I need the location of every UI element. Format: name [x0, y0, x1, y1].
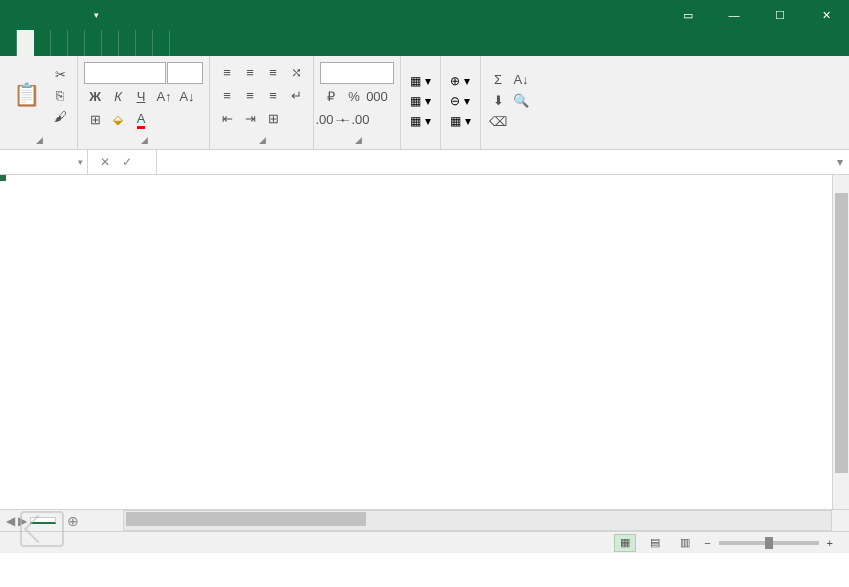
align-top-icon[interactable]: ≡ — [216, 63, 238, 83]
ribbon-tabs — [0, 30, 849, 56]
status-bar: ▦ ▤ ▥ − + — [0, 531, 849, 553]
close-button[interactable]: ✕ — [803, 0, 849, 30]
orientation-icon[interactable]: ⤭ — [285, 63, 307, 83]
decrease-font-icon[interactable]: A↓ — [176, 87, 198, 107]
group-number: ₽ % 000 .00→ ←.00 ◢ — [314, 56, 401, 149]
ribbon-options-icon[interactable]: ▭ — [665, 0, 711, 30]
zoom-in-icon[interactable]: + — [827, 537, 833, 549]
font-launcher-icon[interactable]: ◢ — [141, 135, 148, 145]
name-box[interactable]: ▾ — [0, 150, 88, 174]
font-size-input[interactable] — [167, 62, 203, 84]
window-controls: ▭ — ☐ ✕ — [665, 0, 849, 30]
horizontal-scrollbar[interactable] — [123, 510, 832, 531]
expand-formula-icon[interactable]: ▾ — [831, 150, 849, 174]
sheet-nav-prev-icon[interactable]: ◀ — [6, 514, 15, 528]
align-launcher-icon[interactable]: ◢ — [259, 135, 266, 145]
fill-icon[interactable]: ⬇ — [487, 91, 509, 111]
sheet-tab[interactable] — [30, 517, 56, 524]
save-icon[interactable] — [6, 3, 30, 27]
number-format-select[interactable] — [320, 62, 394, 84]
tab-pagelayout[interactable] — [51, 30, 68, 56]
italic-icon[interactable]: К — [107, 87, 129, 107]
tab-acrobat[interactable] — [153, 30, 170, 56]
find-icon[interactable]: 🔍 — [510, 91, 532, 111]
table-icon: ▦ — [410, 94, 421, 108]
tab-formulas[interactable] — [68, 30, 85, 56]
view-pagelayout-icon[interactable]: ▤ — [644, 534, 666, 552]
ribbon: 📋 ✂ ⎘ 🖌 ◢ Ж К Ч A↑ — [0, 56, 849, 150]
align-right-icon[interactable]: ≡ — [262, 86, 284, 106]
format-table-button[interactable]: ▦ ▾ — [407, 93, 434, 109]
decrease-indent-icon[interactable]: ⇤ — [216, 109, 238, 129]
align-center-icon[interactable]: ≡ — [239, 86, 261, 106]
tab-home[interactable] — [17, 30, 34, 56]
font-name-input[interactable] — [84, 62, 166, 84]
cell-styles-button[interactable]: ▦ ▾ — [407, 113, 434, 129]
cancel-formula-icon[interactable]: ✕ — [96, 155, 114, 169]
fill-color-icon[interactable]: ⬙ — [107, 110, 129, 130]
tab-data[interactable] — [85, 30, 102, 56]
number-launcher-icon[interactable]: ◢ — [355, 135, 362, 145]
cut-icon[interactable]: ✂ — [49, 65, 71, 85]
align-middle-icon[interactable]: ≡ — [239, 63, 261, 83]
sort-filter-icon[interactable]: A↓ — [510, 70, 532, 90]
delete-icon: ⊖ — [450, 94, 460, 108]
insert-icon: ⊕ — [450, 74, 460, 88]
undo-icon[interactable] — [32, 3, 56, 27]
clipboard-launcher-icon[interactable]: ◢ — [36, 135, 43, 145]
group-editing: Σ A↓ ⬇ 🔍 ⌫ — [481, 56, 538, 149]
sheet-nav-next-icon[interactable]: ▶ — [18, 514, 27, 528]
tab-view[interactable] — [119, 30, 136, 56]
comma-icon[interactable]: 000 — [366, 87, 388, 107]
hscroll-thumb[interactable] — [126, 512, 366, 526]
increase-font-icon[interactable]: A↑ — [153, 87, 175, 107]
quick-access-toolbar: ▾ — [0, 3, 114, 27]
minimize-button[interactable]: — — [711, 0, 757, 30]
wrap-text-icon[interactable]: ↵ — [285, 86, 307, 106]
copy-icon[interactable]: ⎘ — [49, 86, 71, 106]
autosum-icon[interactable]: Σ — [487, 70, 509, 90]
formula-bar-row: ▾ ✕ ✓ ▾ — [0, 150, 849, 175]
tab-review[interactable] — [102, 30, 119, 56]
increase-indent-icon[interactable]: ⇥ — [239, 109, 261, 129]
insert-cells-button[interactable]: ⊕ ▾ — [447, 73, 474, 89]
group-styles: ▦ ▾ ▦ ▾ ▦ ▾ — [401, 56, 441, 149]
tab-file[interactable] — [0, 30, 17, 56]
format-painter-icon[interactable]: 🖌 — [49, 107, 71, 127]
vscroll-thumb[interactable] — [835, 193, 848, 473]
zoom-slider[interactable] — [719, 541, 819, 545]
titlebar: ▾ ▭ — ☐ ✕ — [0, 0, 849, 30]
bold-icon[interactable]: Ж — [84, 87, 106, 107]
conditional-format-button[interactable]: ▦ ▾ — [407, 73, 434, 89]
paste-button[interactable]: 📋 — [6, 77, 46, 115]
font-color-icon[interactable]: A — [130, 110, 152, 130]
view-normal-icon[interactable]: ▦ — [614, 534, 636, 552]
add-sheet-icon[interactable]: ⊕ — [59, 511, 87, 531]
align-left-icon[interactable]: ≡ — [216, 86, 238, 106]
maximize-button[interactable]: ☐ — [757, 0, 803, 30]
namebox-dropdown-icon[interactable]: ▾ — [78, 157, 83, 167]
zoom-thumb[interactable] — [765, 537, 773, 549]
redo-icon[interactable] — [58, 3, 82, 27]
tab-insert[interactable] — [34, 30, 51, 56]
format-cells-button[interactable]: ▦ ▾ — [447, 113, 474, 129]
decrease-decimal-icon[interactable]: ←.00 — [343, 110, 365, 130]
currency-icon[interactable]: ₽ — [320, 87, 342, 107]
merge-icon[interactable]: ⊞ — [262, 109, 284, 129]
group-cells: ⊕ ▾ ⊖ ▾ ▦ ▾ — [441, 56, 481, 149]
spreadsheet-grid[interactable] — [0, 175, 849, 509]
qat-dropdown-icon[interactable]: ▾ — [84, 3, 108, 27]
border-icon[interactable]: ⊞ — [84, 110, 106, 130]
vertical-scrollbar[interactable] — [832, 175, 849, 509]
percent-icon[interactable]: % — [343, 87, 365, 107]
underline-icon[interactable]: Ч — [130, 87, 152, 107]
delete-cells-button[interactable]: ⊖ ▾ — [447, 93, 474, 109]
align-bottom-icon[interactable]: ≡ — [262, 63, 284, 83]
fill-handle[interactable] — [0, 175, 6, 181]
formula-input[interactable] — [157, 150, 831, 174]
view-pagebreak-icon[interactable]: ▥ — [674, 534, 696, 552]
clear-icon[interactable]: ⌫ — [487, 112, 509, 132]
enter-formula-icon[interactable]: ✓ — [118, 155, 136, 169]
zoom-out-icon[interactable]: − — [704, 537, 710, 549]
tab-abbyy[interactable] — [136, 30, 153, 56]
